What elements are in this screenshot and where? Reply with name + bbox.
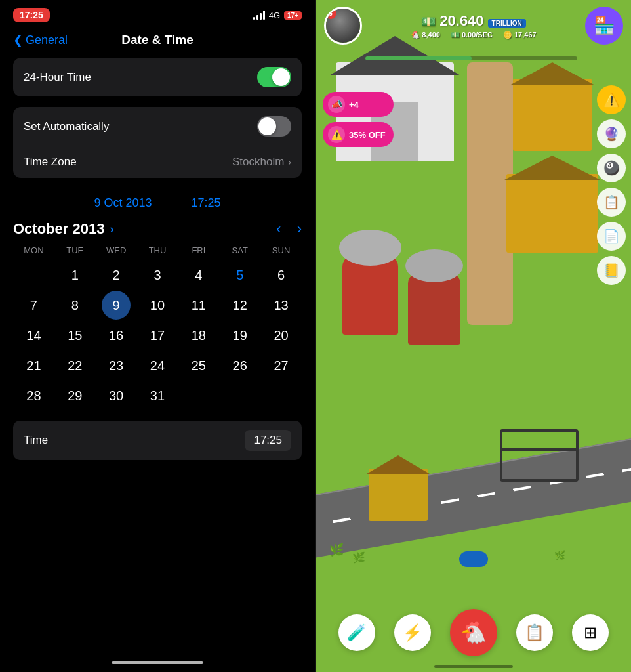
money-amount: 20.640: [439, 12, 483, 30]
nav-boost-button[interactable]: ⚡: [394, 614, 431, 651]
time-value[interactable]: 17:25: [245, 430, 291, 451]
toggle-24hr-time[interactable]: [257, 67, 291, 87]
stat-coins: 🪙 17,467: [503, 31, 537, 39]
calendar-day-28[interactable]: 28: [19, 381, 48, 410]
pill-button[interactable]: [459, 551, 488, 567]
silo-right-roof: [405, 249, 463, 282]
back-button[interactable]: ❮ General: [13, 33, 68, 47]
chicken-icon: 🐔: [411, 31, 420, 39]
expand-arrow-icon[interactable]: ›: [110, 222, 113, 236]
calendar-day-31[interactable]: 31: [143, 381, 172, 410]
calendar-day-10[interactable]: 10: [143, 291, 172, 320]
calendar-day-27[interactable]: 27: [267, 351, 296, 380]
calendar-day-20[interactable]: 20: [267, 321, 296, 350]
money-per-sec-icon: 💵: [451, 31, 460, 39]
calendar-day-21[interactable]: 21: [19, 351, 48, 380]
right-btn-doc[interactable]: 📄: [597, 222, 626, 251]
left-action-buttons: 📣 +4 ⚠️ 35% OFF: [323, 92, 394, 147]
nav-quests-button[interactable]: 📋: [516, 614, 553, 651]
game-bottom-nav: 🧪 ⚡ 🐔 📋 ⊞: [316, 606, 631, 672]
player-avatar[interactable]: 5: [324, 7, 362, 45]
calendar-day-11[interactable]: 11: [184, 291, 213, 320]
right-btn-warning[interactable]: ⚠️: [597, 85, 626, 114]
weekday-sun: SUN: [260, 243, 302, 258]
status-right-indicators: 4G 17+: [253, 10, 302, 20]
calendar-day-1[interactable]: 1: [60, 261, 89, 289]
calendar-day-17[interactable]: 17: [143, 321, 172, 350]
row-timezone[interactable]: Time Zone Stockholm ›: [24, 146, 291, 178]
calendar-day-6[interactable]: 6: [267, 261, 296, 289]
nav-chicken-button[interactable]: 🐔: [450, 609, 497, 656]
fence: [500, 429, 579, 482]
money-unit: TRILLION: [488, 19, 526, 28]
yellow-building-top: [513, 79, 592, 151]
right-btn-ball[interactable]: 🎱: [597, 154, 626, 182]
chicken-coop-roof: [367, 455, 430, 474]
row-set-automatically: Set Automatically: [24, 107, 291, 146]
book-icon: 📒: [603, 262, 620, 278]
calendar-day-12[interactable]: 12: [226, 291, 254, 320]
weekday-tue: TUE: [54, 243, 96, 258]
selected-date-display[interactable]: 9 Oct 2013: [94, 196, 152, 210]
xp-progress-fill: [365, 56, 472, 60]
calendar-day-5[interactable]: 5: [226, 261, 254, 289]
road-center-line: [316, 465, 631, 530]
calendar-day-25[interactable]: 25: [184, 351, 213, 380]
nav-menu-button[interactable]: ⊞: [572, 614, 609, 651]
avatar-badge: 5: [325, 7, 336, 19]
calendar-day-26[interactable]: 26: [226, 351, 254, 380]
calendar-day-30[interactable]: 30: [102, 381, 131, 410]
ios-settings-panel: 17:25 4G 17+ ❮ General Date & Time 24-Ho…: [0, 0, 315, 672]
time-label: Time: [24, 434, 48, 447]
coin-icon: 🪙: [503, 31, 512, 39]
chicken-coop: [369, 469, 428, 521]
hud-center: 💵 20.640 TRILLION 🐔 8,400 💵 0.00/SEC 🪙 1…: [362, 12, 585, 39]
warning-icon-right: ⚠️: [603, 92, 620, 108]
money-display: 💵 20.640 TRILLION: [367, 12, 580, 30]
right-btn-gem[interactable]: 🔮: [597, 119, 626, 148]
clipboard-icon: 📋: [603, 194, 620, 210]
coin-count: 17,467: [514, 31, 537, 39]
calendar-header: October 2013 › ‹ ›: [13, 213, 302, 243]
calendar-grid: MON TUE WED THU FRI SAT SUN 1 2 3 4 5 6 …: [13, 243, 302, 410]
calendar-day-3[interactable]: 3: [143, 261, 172, 289]
calendar-day-4[interactable]: 4: [184, 261, 213, 289]
calendar-day-18[interactable]: 18: [184, 321, 213, 350]
action-discount-label: 35% OFF: [349, 130, 386, 140]
calendar-prev-button[interactable]: ‹: [276, 222, 281, 236]
calendar-day-22[interactable]: 22: [60, 351, 89, 380]
calendar-day-9[interactable]: 9: [102, 291, 131, 320]
calendar-day-15[interactable]: 15: [60, 321, 89, 350]
calendar-day-23[interactable]: 23: [102, 351, 131, 380]
boost-icon: ⚡: [403, 623, 422, 642]
calendar-day-19[interactable]: 19: [226, 321, 254, 350]
chicken-nav-icon: 🐔: [460, 620, 487, 645]
store-button[interactable]: 🏪: [585, 7, 623, 45]
selected-time-display[interactable]: 17:25: [192, 196, 221, 210]
calendar-day-7[interactable]: 7: [19, 291, 48, 320]
stat-chickens: 🐔 8,400: [411, 31, 440, 39]
action-button-plus4[interactable]: 📣 +4: [323, 92, 394, 117]
date-display-row: 9 Oct 2013 17:25: [13, 188, 302, 213]
calendar-next-button[interactable]: ›: [297, 222, 302, 236]
card-auto-timezone: Set Automatically Time Zone Stockholm ›: [13, 107, 302, 178]
calendar-day-29[interactable]: 29: [60, 381, 89, 410]
right-btn-book[interactable]: 📒: [597, 256, 626, 285]
right-btn-clipboard[interactable]: 📋: [597, 188, 626, 217]
calendar-day-13[interactable]: 13: [267, 291, 296, 320]
label-24hr-time: 24-Hour Time: [24, 71, 91, 84]
megaphone-icon: 📣: [328, 96, 345, 113]
road-edge-top: [316, 437, 631, 500]
calendar-day-14[interactable]: 14: [19, 321, 48, 350]
doc-icon: 📄: [603, 228, 620, 244]
nav-lab-button[interactable]: 🧪: [338, 614, 375, 651]
calendar-day-16[interactable]: 16: [102, 321, 131, 350]
chicken-count: 8,400: [422, 31, 440, 39]
value-timezone: Stockholm ›: [232, 156, 291, 169]
calendar-day-24[interactable]: 24: [143, 351, 172, 380]
toggle-set-automatically[interactable]: [257, 116, 291, 136]
grass-decoration-3: 🌿: [554, 550, 565, 560]
calendar-day-8[interactable]: 8: [60, 291, 89, 320]
calendar-day-2[interactable]: 2: [102, 261, 131, 289]
action-button-discount[interactable]: ⚠️ 35% OFF: [323, 122, 394, 147]
